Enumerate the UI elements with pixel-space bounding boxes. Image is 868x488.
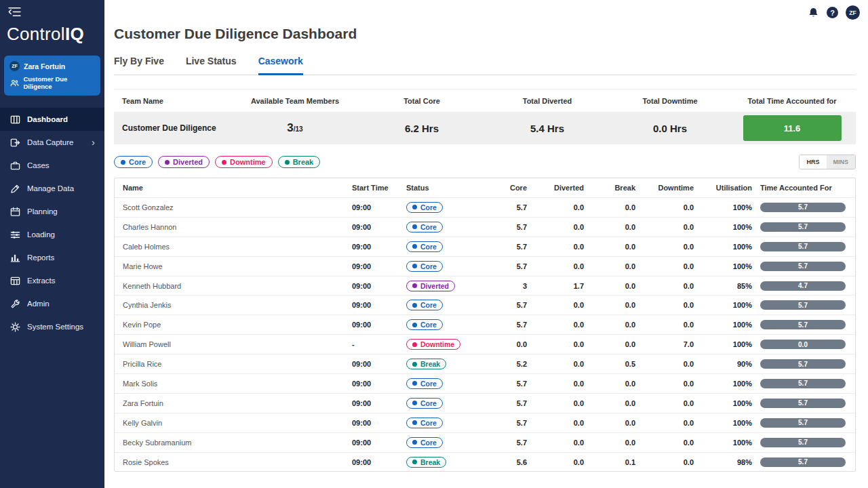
table-row[interactable]: Cynthia Jenkis09:00Core5.70.00.00.0100%5…: [115, 295, 855, 314]
cell-break: 0.5: [584, 360, 635, 368]
table-row[interactable]: Marie Howe09:00Core5.70.00.00.0100%5.7: [115, 256, 855, 276]
cell-status: Break: [406, 457, 478, 468]
cell-diverted: 0.0: [527, 340, 584, 348]
cell-diverted: 0.0: [527, 439, 584, 447]
cell-break: 0.0: [584, 223, 635, 231]
tab-live-status[interactable]: Live Status: [186, 56, 237, 75]
unit-toggle-hrs[interactable]: HRS: [800, 155, 826, 169]
cell-core: 5.7: [478, 243, 527, 251]
tab-fly-by-five[interactable]: Fly By Five: [114, 56, 164, 75]
table-row[interactable]: Kevin Pope09:00Core5.70.00.00.0100%5.7: [115, 314, 855, 334]
cell-name: Pricilla Rice: [123, 360, 352, 368]
status-dot-icon: [412, 342, 417, 347]
status-dot-icon: [412, 362, 417, 367]
cell-utilisation: 85%: [694, 282, 752, 290]
table-row[interactable]: Kelly Galvin09:00Core5.70.00.00.0100%5.7: [115, 413, 855, 432]
time-accounted-bar: 5.7: [760, 418, 846, 428]
cell-utilisation: 100%: [694, 419, 752, 427]
table-row[interactable]: Pricilla Rice09:00Break5.20.00.50.090%5.…: [115, 354, 855, 373]
table-row[interactable]: Caleb Holmes09:00Core5.70.00.00.0100%5.7: [115, 237, 855, 256]
topbar: ? ZF: [808, 5, 860, 20]
main-content: ? ZF Customer Due Diligence Dashboard Fl…: [104, 0, 868, 488]
cell-break: 0.0: [584, 262, 635, 270]
cell-status: Core: [406, 437, 478, 448]
cell-downtime: 0.0: [635, 262, 694, 270]
time-accounted-bar: 5.7: [760, 262, 846, 271]
legend-chip-diverted[interactable]: Diverted: [158, 156, 210, 168]
sidebar-item-planning[interactable]: Planning: [0, 200, 104, 223]
cell-status: Break: [406, 359, 478, 369]
team-members-table: NameStart TimeStatusCoreDivertedBreakDow…: [114, 178, 856, 472]
cell-core: 5.7: [478, 203, 527, 211]
cell-start-time: 09:00: [352, 203, 406, 211]
time-accounted-bar: 4.7: [760, 281, 846, 291]
cell-time-accounted: 5.7: [752, 359, 846, 369]
table-row[interactable]: William Powell-Downtime0.00.00.07.0100%0…: [115, 334, 855, 354]
sidebar-item-label: Admin: [27, 300, 50, 308]
cell-status: Core: [406, 418, 478, 428]
sidebar-item-manage-data[interactable]: Manage Data: [0, 177, 104, 200]
cell-utilisation: 90%: [694, 360, 752, 368]
sidebar-item-reports[interactable]: Reports: [0, 246, 104, 269]
available-current: 3: [287, 121, 293, 134]
column-header-diverted: Diverted: [527, 184, 584, 192]
notifications-icon[interactable]: [808, 7, 819, 18]
unit-toggle: HRSMINS: [799, 155, 856, 169]
cell-core: 5.7: [478, 223, 527, 231]
tab-casework[interactable]: Casework: [258, 56, 303, 75]
cell-diverted: 0.0: [527, 243, 584, 251]
sidebar-item-label: Manage Data: [27, 184, 74, 192]
cell-downtime: 0.0: [635, 399, 694, 407]
status-chip-core: Core: [406, 241, 443, 252]
legend-chip-core[interactable]: Core: [114, 156, 153, 168]
cell-status: Core: [406, 222, 478, 232]
table-row[interactable]: Mark Solis09:00Core5.70.00.00.0100%5.7: [115, 373, 855, 393]
cell-start-time: 09:00: [352, 282, 406, 290]
legend-chip-break[interactable]: Break: [278, 156, 321, 168]
sidebar-item-loading[interactable]: Loading: [0, 223, 104, 246]
cell-start-time: 09:00: [352, 262, 406, 270]
topbar-avatar[interactable]: ZF: [846, 5, 860, 20]
sidebar-item-system-settings[interactable]: System Settings: [0, 315, 104, 338]
cell-start-time: 09:00: [352, 399, 406, 407]
cell-time-accounted: 5.7: [752, 438, 846, 447]
status-dot-icon: [412, 420, 417, 425]
status-label: Core: [420, 321, 437, 329]
table-row[interactable]: Kenneth Hubbard09:00Diverted31.70.00.085…: [115, 276, 855, 296]
cell-time-accounted: 5.7: [752, 399, 846, 408]
sidebar-item-label: Data Capture: [27, 138, 73, 146]
unit-toggle-mins[interactable]: MINS: [827, 155, 856, 169]
dashboard-icon: [9, 114, 20, 125]
user-team-card[interactable]: ZF Zara Fortuin Customer Due Diligence: [4, 56, 100, 96]
legend-chip-downtime[interactable]: Downtime: [215, 156, 273, 168]
table-row[interactable]: Charles Hannon09:00Core5.70.00.00.0100%5…: [115, 217, 855, 237]
status-label: Core: [420, 399, 437, 407]
cell-diverted: 0.0: [527, 419, 584, 427]
cell-break: 0.0: [584, 282, 635, 290]
cell-start-time: 09:00: [352, 301, 406, 309]
cell-utilisation: 100%: [694, 301, 752, 309]
help-icon[interactable]: ?: [827, 7, 838, 18]
sidebar-collapse-icon[interactable]: [0, 0, 104, 22]
cell-utilisation: 100%: [694, 321, 752, 329]
cell-break: 0.0: [584, 340, 635, 348]
table-row[interactable]: Rosie Spokes09:00Break5.60.00.10.098%5.7: [115, 452, 855, 472]
status-label: Break: [420, 458, 440, 466]
sidebar-item-admin[interactable]: Admin: [0, 292, 104, 315]
table-row[interactable]: Zara Fortuin09:00Core5.70.00.00.0100%5.7: [115, 393, 855, 413]
summary-column-total-diverted: Total Diverted: [483, 97, 612, 105]
sidebar-item-cases[interactable]: Cases: [0, 154, 104, 177]
tab-bar: Fly By FiveLive StatusCasework: [114, 56, 856, 75]
cell-time-accounted: 5.7: [752, 242, 846, 251]
cell-core: 5.2: [478, 360, 527, 368]
cell-diverted: 0.0: [527, 321, 584, 329]
time-accounted-bar: 5.7: [760, 222, 846, 232]
sidebar-item-dashboard[interactable]: Dashboard: [0, 108, 104, 131]
cell-start-time: -: [352, 340, 406, 348]
table-row[interactable]: Scott Gonzalez09:00Core5.70.00.00.0100%5…: [115, 197, 855, 217]
sidebar-item-data-capture[interactable]: Data Capture›: [0, 131, 104, 154]
time-accounted-bar: 5.7: [760, 379, 846, 388]
time-accounted-bar: 0.0: [760, 340, 846, 349]
sidebar-item-extracts[interactable]: Extracts: [0, 269, 104, 292]
table-row[interactable]: Becky Subramanium09:00Core5.70.00.00.010…: [115, 432, 855, 452]
